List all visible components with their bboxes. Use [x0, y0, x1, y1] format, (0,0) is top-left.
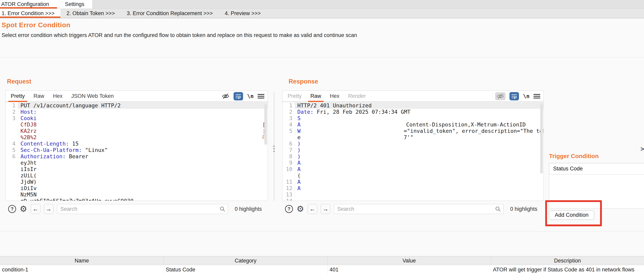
panel-splitter[interactable]	[274, 92, 274, 201]
word-wrap-icon[interactable]	[234, 92, 243, 100]
column-header-value: Value	[328, 256, 491, 265]
line-number: 1	[282, 102, 295, 109]
request-panel: PrettyRawHexJSON Web Token \n 1PUT /v1/a…	[5, 90, 268, 201]
gear-icon[interactable]: ⚙	[296, 205, 304, 213]
code-segment: Sec-Ch-Ua-Platform:	[20, 147, 82, 153]
line-content	[295, 192, 544, 198]
response-tab-raw[interactable]: Raw	[310, 91, 321, 102]
show-newlines-icon[interactable]: \n	[523, 93, 530, 99]
code-line: NzM5N	[6, 192, 268, 198]
line-number	[6, 122, 18, 128]
editor-menu-icon[interactable]	[534, 94, 540, 98]
next-match-button[interactable]: →	[321, 204, 330, 214]
code-line: (	[282, 172, 544, 179]
response-scrollbar[interactable]	[540, 104, 543, 174]
code-line: gD-uzbEIQc5SImzZvZm03rAUg-cvwaG9030	[6, 198, 268, 201]
column-header-name: Name	[0, 256, 164, 265]
line-number: 9	[282, 160, 295, 166]
window-tab-settings[interactable]: Settings	[57, 0, 92, 8]
hide-matches-icon[interactable]	[495, 92, 506, 100]
response-editor[interactable]: 1HTTP/2 401 Unauthorized2Date: Fri, 28 F…	[282, 102, 544, 201]
code-segment: KA2rz	[20, 128, 36, 134]
step-tab-2-obtain-token[interactable]: 2. Obtain Token >>>	[60, 9, 121, 18]
search-input[interactable]	[57, 204, 228, 214]
line-number: 4	[282, 122, 295, 128]
code-segment: )	[297, 153, 300, 160]
code-line: 13	[282, 192, 544, 198]
hide-matches-icon[interactable]	[222, 93, 230, 100]
table-cell: condition-1	[0, 265, 164, 274]
add-condition-button[interactable]: Add Condition	[549, 210, 594, 220]
line-content	[295, 198, 544, 201]
step-tab-1-error-condition[interactable]: 1. Error Condition >>>	[0, 9, 60, 18]
request-tab-pretty[interactable]: Pretty	[11, 91, 25, 102]
line-number: 2	[6, 109, 18, 115]
code-segment: A	[297, 185, 300, 191]
line-number: 11	[282, 179, 295, 185]
line-content: )	[295, 147, 544, 153]
code-line: 4AContent-Disposition,X-Metrum-ActionID	[282, 122, 544, 128]
window-tab-bar: ATOR ConfigurationSettings	[0, 0, 644, 9]
code-segment: JjdW)	[20, 179, 36, 185]
help-icon[interactable]: ?	[8, 205, 16, 213]
request-editor[interactable]: 1PUT /v1/account/language HTTP/22Host:3C…	[6, 102, 268, 201]
step-tab-3-error-condition-replacement[interactable]: 3. Error Condition Replacement >>>	[121, 9, 219, 18]
request-tab-hex[interactable]: Hex	[53, 91, 62, 102]
step-tab-4-preview[interactable]: 4. Preview >>>	[219, 9, 267, 18]
code-line: zUiL(	[6, 172, 268, 179]
condition-category-select[interactable]: Status Code	[549, 163, 644, 174]
line-content: iOiIv	[18, 185, 268, 192]
code-segment: )	[297, 147, 300, 153]
code-segment: W	[297, 128, 300, 134]
word-wrap-icon[interactable]	[510, 92, 519, 100]
table-row[interactable]: condition-1Status Code401ATOR will get t…	[0, 265, 644, 274]
show-newlines-icon[interactable]: \n	[247, 93, 254, 99]
line-number: 6	[282, 140, 295, 147]
search-input[interactable]	[334, 204, 503, 214]
code-line: 2Host:	[6, 109, 268, 115]
page-title: Spot Error Condition	[2, 21, 70, 29]
editor-menu-icon[interactable]	[258, 94, 264, 98]
request-tab-json-web-token[interactable]: JSON Web Token	[71, 91, 114, 102]
code-line: 10A	[282, 166, 544, 172]
line-number: 8	[282, 153, 295, 160]
line-content: KA2rz|	[18, 128, 268, 134]
code-segment: 7'"	[404, 134, 414, 140]
request-search-bar: ? ⚙ ← → 0 highlights	[8, 203, 268, 215]
line-content: CfDJ8[	[18, 122, 268, 128]
line-number	[282, 172, 295, 179]
response-tab-hex[interactable]: Hex	[330, 91, 340, 102]
request-title: Request	[7, 78, 31, 85]
code-segment: NzM5N	[20, 192, 36, 198]
condition-list-box[interactable]	[549, 174, 644, 208]
request-scrollbar[interactable]	[264, 104, 267, 145]
code-segment: HTTP/2 401 Unauthorized	[297, 102, 372, 108]
code-segment: Fri, 28 Feb 2025 07:34:34 GMT	[314, 109, 410, 115]
help-icon[interactable]: ?	[285, 205, 293, 213]
line-content: zUiL(	[18, 172, 268, 179]
code-segment: A	[297, 122, 300, 128]
code-segment: A	[297, 160, 300, 166]
code-line: 9A	[282, 160, 544, 166]
response-tab-pretty[interactable]: Pretty	[288, 91, 302, 102]
next-match-button[interactable]: →	[44, 204, 54, 214]
line-content: Content-Length: 15	[18, 140, 268, 147]
code-segment: Bearer	[66, 153, 88, 160]
search-icon	[495, 206, 501, 213]
line-content: iIsIr	[18, 166, 268, 172]
search-box	[334, 204, 504, 214]
code-segment: A	[297, 179, 300, 185]
code-segment: S	[297, 115, 300, 121]
line-content: PUT /v1/account/language HTTP/2	[18, 102, 268, 109]
response-tab-render[interactable]: Render	[348, 91, 366, 102]
line-content: Authorization: Bearer	[18, 153, 268, 160]
code-segment: zUiL(	[20, 172, 36, 178]
request-tab-raw[interactable]: Raw	[34, 91, 44, 102]
prev-match-button[interactable]: ←	[31, 204, 40, 214]
window-tab-ator-configuration[interactable]: ATOR Configuration	[0, 0, 57, 8]
line-content: e7'"	[295, 134, 544, 140]
response-search-bar: ? ⚙ ← → 0 highlights	[285, 203, 544, 215]
gear-icon[interactable]: ⚙	[20, 205, 27, 213]
edge-chevron-icon: >	[640, 145, 644, 153]
prev-match-button[interactable]: ←	[308, 204, 317, 214]
